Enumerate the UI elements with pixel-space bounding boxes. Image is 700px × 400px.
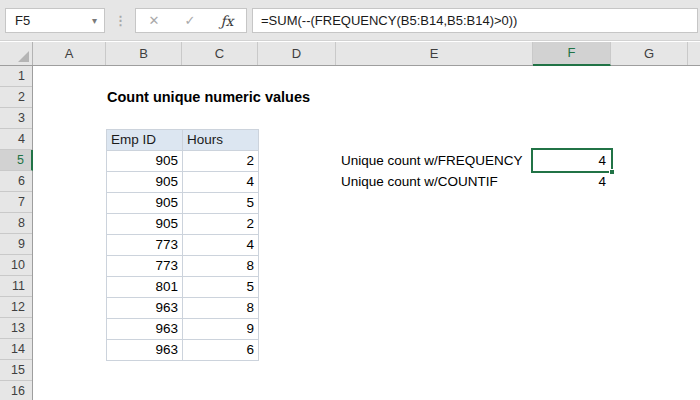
row-header-8[interactable]: 8: [0, 213, 32, 234]
table-row: 7734: [107, 235, 259, 256]
cell-C11[interactable]: 5: [183, 277, 259, 298]
formula-buttons: ✕ ✓ ƒx: [135, 8, 247, 33]
table-row: 8015: [107, 277, 259, 298]
cell-F6[interactable]: 4: [533, 171, 611, 192]
fill-handle[interactable]: [609, 169, 615, 175]
cell-C7[interactable]: 5: [183, 193, 259, 214]
excel-window: F5 ▾ ⋮ ✕ ✓ ƒx =SUM(--(FREQUENCY(B5:B14,B…: [0, 0, 700, 400]
table-row: 9636: [107, 340, 259, 361]
formula-bar-grip-icon: ⋮: [114, 8, 127, 33]
column-header-D[interactable]: D: [258, 42, 336, 65]
cell-B11[interactable]: 801: [107, 277, 183, 298]
row-header-6[interactable]: 6: [0, 171, 32, 192]
cell-B7[interactable]: 905: [107, 193, 183, 214]
column-header-A[interactable]: A: [33, 42, 106, 65]
title-cell-b2[interactable]: Count unique numeric values: [107, 87, 310, 108]
table-row: 9638: [107, 298, 259, 319]
insert-function-icon[interactable]: ƒx: [220, 13, 233, 29]
cell-B8[interactable]: 905: [107, 214, 183, 235]
cell-C4[interactable]: Hours: [183, 130, 259, 151]
row-header-2[interactable]: 2: [0, 87, 32, 108]
cell-B14[interactable]: 963: [107, 340, 183, 361]
cancel-icon[interactable]: ✕: [149, 13, 160, 28]
table-header-row: Emp IDHours: [107, 130, 259, 151]
emp-table: Emp IDHours90529054905590527734773880159…: [106, 129, 259, 361]
cell-B6[interactable]: 905: [107, 172, 183, 193]
cell-C8[interactable]: 2: [183, 214, 259, 235]
row-header-9[interactable]: 9: [0, 234, 32, 255]
row-header-1[interactable]: 1: [0, 66, 32, 87]
cell-E5[interactable]: Unique count w/FREQUENCY: [341, 150, 523, 171]
row-header-5[interactable]: 5: [0, 150, 33, 171]
table-row: 9055: [107, 193, 259, 214]
formula-input[interactable]: =SUM(--(FREQUENCY(B5:B14,B5:B14)>0)): [252, 8, 698, 33]
formula-bar: F5 ▾ ⋮ ✕ ✓ ƒx =SUM(--(FREQUENCY(B5:B14,B…: [0, 0, 700, 41]
cell-C12[interactable]: 8: [183, 298, 259, 319]
cell-E6[interactable]: Unique count w/COUNTIF: [341, 171, 498, 192]
row-header-16[interactable]: 16: [0, 381, 32, 400]
cell-B13[interactable]: 963: [107, 319, 183, 340]
row-header-4[interactable]: 4: [0, 129, 32, 150]
cell-C9[interactable]: 4: [183, 235, 259, 256]
row-header-3[interactable]: 3: [0, 108, 32, 129]
table-row: 9052: [107, 151, 259, 172]
row-header-10[interactable]: 10: [0, 255, 32, 276]
table-row: 9052: [107, 214, 259, 235]
cell-C6[interactable]: 4: [183, 172, 259, 193]
row-header-11[interactable]: 11: [0, 276, 32, 297]
select-all-corner[interactable]: [0, 42, 33, 65]
column-header-F[interactable]: F: [533, 42, 611, 66]
enter-icon[interactable]: ✓: [184, 13, 195, 28]
row-header-14[interactable]: 14: [0, 339, 32, 360]
row-header-12[interactable]: 12: [0, 297, 32, 318]
column-header-B[interactable]: B: [106, 42, 182, 65]
row-header-15[interactable]: 15: [0, 360, 32, 381]
column-headers: ABCDEFG: [0, 42, 700, 66]
column-header-E[interactable]: E: [336, 42, 533, 65]
row-header-7[interactable]: 7: [0, 192, 32, 213]
row-header-13[interactable]: 13: [0, 318, 32, 339]
select-all-triangle-icon: [18, 51, 29, 62]
cell-B10[interactable]: 773: [107, 256, 183, 277]
row-headers: 12345678910111213141516: [0, 66, 33, 400]
cell-C5[interactable]: 2: [183, 151, 259, 172]
table-row: 9054: [107, 172, 259, 193]
name-box-value: F5: [15, 13, 30, 28]
table-row: 9639: [107, 319, 259, 340]
table-row: 7738: [107, 256, 259, 277]
column-header-G[interactable]: G: [611, 42, 688, 65]
cell-B12[interactable]: 963: [107, 298, 183, 319]
name-box[interactable]: F5 ▾: [5, 8, 105, 33]
column-header-C[interactable]: C: [182, 42, 258, 65]
cell-C10[interactable]: 8: [183, 256, 259, 277]
cell-C14[interactable]: 6: [183, 340, 259, 361]
cell-B4[interactable]: Emp ID: [107, 130, 183, 151]
selection-box[interactable]: [531, 148, 613, 173]
cell-C13[interactable]: 9: [183, 319, 259, 340]
name-box-dropdown-icon[interactable]: ▾: [92, 9, 97, 32]
cell-B5[interactable]: 905: [107, 151, 183, 172]
cell-B9[interactable]: 773: [107, 235, 183, 256]
